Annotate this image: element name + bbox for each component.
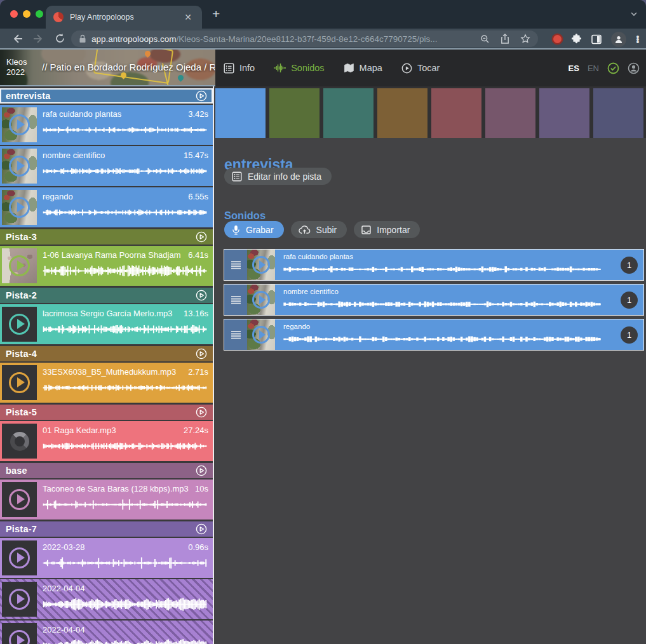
sound-thumbnail[interactable]	[2, 424, 37, 459]
sidebar-sound-item[interactable]: 2022-04-04	[0, 621, 213, 644]
play-icon[interactable]	[252, 291, 270, 309]
track-color-tab-7[interactable]	[593, 88, 643, 138]
sidebar-sound-item[interactable]: Taconeo de Sara Baras (128 kbps).mp3 10s	[0, 480, 213, 520]
sidebar-sound-item[interactable]: rafa cuidando plantas 3.42s	[0, 105, 213, 145]
sound-row[interactable]: rafa cuidando plantas 1	[224, 249, 644, 281]
account-icon[interactable]	[628, 62, 640, 74]
status-check-icon[interactable]	[607, 62, 619, 74]
sound-thumbnail[interactable]	[2, 540, 37, 575]
play-icon[interactable]	[9, 156, 30, 177]
minimize-window-button[interactable]	[23, 10, 30, 18]
edit-track-info-button[interactable]: Editar info de pista	[224, 168, 332, 185]
sound-thumbnail[interactable]	[247, 319, 275, 350]
side-panel-icon[interactable]	[591, 34, 602, 44]
sound-thumbnail[interactable]	[2, 149, 37, 184]
bookmark-star-icon[interactable]	[520, 34, 530, 44]
close-window-button[interactable]	[10, 10, 18, 18]
play-track-icon[interactable]	[196, 465, 207, 476]
play-track-icon[interactable]	[196, 523, 207, 535]
track-color-tab-0[interactable]	[215, 88, 266, 138]
sound-thumbnail[interactable]	[2, 623, 37, 644]
browser-tab[interactable]: Play Antropoloops ✕	[46, 6, 202, 29]
browser-menu-icon[interactable]: •••	[636, 36, 640, 43]
back-button[interactable]	[11, 33, 23, 44]
nav-item-info[interactable]: Info	[224, 63, 255, 74]
track-header[interactable]: Pista-4	[0, 346, 213, 361]
sound-thumbnail[interactable]	[247, 250, 275, 280]
nav-item-tocar[interactable]: Tocar	[401, 63, 440, 74]
track-header[interactable]: Pista-5	[0, 405, 213, 420]
extensions-puzzle-icon[interactable]	[571, 34, 582, 44]
app-logo[interactable]: Kleos 2022	[6, 57, 27, 77]
address-bar[interactable]: app.antropoloops.com/Kleos-Santa-Marina/…	[71, 30, 538, 47]
track-color-tab-2[interactable]	[323, 88, 373, 138]
zoom-window-button[interactable]	[36, 10, 43, 18]
play-icon[interactable]	[252, 326, 270, 344]
zoom-icon[interactable]	[480, 34, 490, 44]
sound-thumbnail[interactable]	[2, 190, 37, 225]
drag-handle[interactable]	[224, 319, 247, 350]
sound-thumbnail[interactable]	[2, 582, 37, 617]
recording-extension-icon[interactable]	[553, 35, 562, 43]
play-icon[interactable]	[9, 197, 30, 218]
sound-thumbnail[interactable]	[2, 107, 37, 142]
sound-thumbnail[interactable]	[2, 365, 37, 400]
new-tab-button[interactable]: +	[212, 7, 220, 20]
share-icon[interactable]	[501, 34, 509, 44]
sound-row[interactable]: nombre cientifico 1	[224, 284, 644, 316]
sidebar-sound-item[interactable]: lacrimosa Sergio García Merlo.mp3 13.16s	[0, 304, 213, 344]
browser-window: Play Antropoloops ✕ + app.antropoloops.c…	[0, 0, 646, 644]
drag-handle[interactable]	[224, 250, 247, 280]
track-color-tab-5[interactable]	[485, 88, 535, 138]
play-track-icon[interactable]	[196, 348, 207, 359]
sidebar-sound-item[interactable]: nombre cientifico 15.47s	[0, 146, 213, 186]
track-color-tab-4[interactable]	[431, 88, 481, 138]
play-icon[interactable]	[9, 372, 30, 393]
play-track-icon[interactable]	[196, 290, 207, 301]
sound-thumbnail[interactable]	[2, 307, 37, 342]
nav-item-mapa[interactable]: Mapa	[344, 63, 382, 73]
play-icon[interactable]	[9, 489, 30, 510]
sound-thumbnail[interactable]	[2, 248, 37, 283]
track-header[interactable]: Pista-3	[0, 229, 213, 245]
sidebar-sound-item[interactable]: 01 Raga Kedar.mp3 27.24s	[0, 421, 213, 461]
play-icon[interactable]	[9, 314, 30, 335]
drag-handle[interactable]	[224, 285, 247, 315]
sidebar-sound-item[interactable]: regando 6.55s	[0, 187, 213, 227]
importar-button[interactable]: Importar	[354, 221, 420, 238]
sidebar-sound-item[interactable]: 33ESX6038_B5_Muthedukkum.mp3 2.71s	[0, 363, 213, 403]
sidebar-sound-item[interactable]: 2022-03-28 0.96s	[0, 538, 213, 578]
tab-search-chevron-icon[interactable]	[629, 10, 638, 21]
play-icon[interactable]	[9, 630, 30, 644]
track-color-tab-3[interactable]	[377, 88, 427, 138]
lang-en-button[interactable]: EN	[588, 64, 599, 73]
tab-close-icon[interactable]: ✕	[182, 11, 194, 23]
reload-button[interactable]	[55, 33, 65, 44]
sound-thumbnail[interactable]	[247, 285, 275, 315]
play-icon[interactable]	[252, 256, 270, 274]
track-header[interactable]: Pista-7	[0, 521, 213, 537]
track-header[interactable]: entrevista	[0, 88, 213, 104]
grabar-button[interactable]: Grabar	[224, 221, 284, 238]
play-track-icon[interactable]	[196, 90, 207, 102]
sidebar-sound-item[interactable]: 2022-04-04	[0, 579, 213, 619]
forward-button[interactable]	[33, 33, 44, 44]
play-icon[interactable]	[9, 547, 30, 568]
sound-row[interactable]: regando 1	[224, 319, 644, 351]
sidebar-sound-item[interactable]: 1-06 Lavanya Rama Poorna Shadjam Rupak..…	[0, 246, 213, 286]
track-color-tab-1[interactable]	[269, 88, 320, 138]
play-track-icon[interactable]	[196, 231, 207, 243]
nav-item-sonidos[interactable]: Sonidos	[274, 63, 324, 73]
lang-es-button[interactable]: ES	[569, 64, 579, 73]
sound-thumbnail[interactable]	[2, 482, 37, 517]
play-icon[interactable]	[9, 589, 30, 610]
profile-avatar[interactable]	[611, 32, 626, 47]
subir-button[interactable]: Subir	[291, 221, 347, 238]
play-track-icon[interactable]	[196, 406, 207, 418]
play-icon[interactable]	[9, 114, 30, 135]
track-header[interactable]: Pista-2	[0, 288, 213, 303]
track-color-tab-6[interactable]	[539, 88, 589, 138]
track-header[interactable]: base	[0, 463, 213, 478]
tracks-sidebar: entrevista rafa cuidando plantas 3.42s n…	[0, 86, 214, 644]
play-icon[interactable]	[9, 255, 30, 276]
